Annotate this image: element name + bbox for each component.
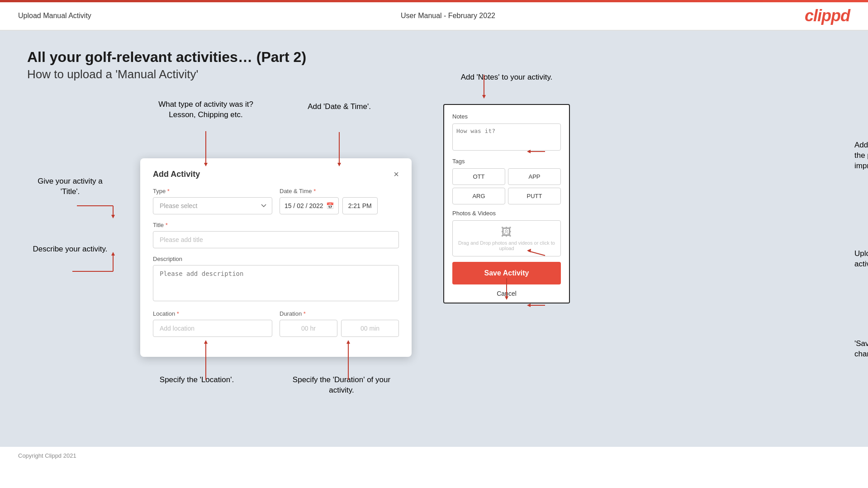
footer: Copyright Clippd 2021	[0, 447, 868, 464]
duration-hr-input[interactable]	[280, 320, 337, 337]
desc-group: Description	[153, 256, 399, 303]
save-area: Save Activity	[444, 262, 569, 284]
save-annotation: 'Save Activity' or 'Cancel' your changes…	[854, 339, 868, 360]
type-datetime-row: Type * Please select Date & Time * 15 / …	[153, 188, 399, 214]
panel-inner: Notes Tags OTT APP ARG PUTT Photos & Vid…	[444, 105, 569, 256]
duration-inputs	[280, 320, 399, 337]
manual-title: User Manual - February 2022	[401, 12, 495, 20]
datetime-label: Date & Time *	[280, 188, 399, 194]
page-title-header: Upload Manual Activity	[18, 12, 91, 20]
title-label: Title *	[153, 222, 399, 228]
svg-marker-23	[527, 303, 531, 307]
svg-marker-15	[482, 95, 486, 99]
tags-label: Tags	[452, 158, 561, 165]
title-input[interactable]	[153, 231, 399, 248]
duration-group: Duration *	[280, 310, 399, 337]
upload-icon: 🖼	[501, 226, 512, 238]
logo: clippd	[805, 6, 850, 25]
time-input[interactable]: 2:21 PM	[342, 197, 378, 214]
close-button[interactable]: ×	[394, 169, 399, 180]
phone-panel: Notes Tags OTT APP ARG PUTT Photos & Vid…	[443, 104, 570, 303]
desc-textarea[interactable]	[153, 265, 399, 301]
save-activity-button[interactable]: Save Activity	[452, 262, 561, 284]
add-activity-modal: Add Activity × Type * Please select	[140, 158, 412, 357]
type-select[interactable]: Please select	[153, 197, 272, 214]
photos-upload[interactable]: 🖼 Drag and Drop photos and videos or cli…	[452, 220, 561, 256]
modal-title: Add Activity	[153, 170, 200, 179]
location-input[interactable]	[153, 320, 272, 337]
bottom-annotations: Specify the 'Location'. Specify the 'Dur…	[127, 375, 416, 396]
notes-annotation: Add 'Notes' to your activity.	[457, 72, 556, 83]
page-subtitle: How to upload a 'Manual Activity'	[27, 67, 841, 81]
tag-app[interactable]: APP	[508, 168, 561, 185]
main-content: All your golf-relevant activities… (Part…	[0, 31, 868, 447]
page-title: All your golf-relevant activities… (Part…	[27, 49, 841, 66]
type-group: Type * Please select	[153, 188, 272, 214]
modal-area: What type of activity was it? Lesson, Ch…	[127, 99, 416, 396]
duration-label: Duration *	[280, 310, 399, 317]
desc-annotation: Describe your activity.	[27, 244, 113, 255]
tag-ott[interactable]: OTT	[452, 168, 505, 185]
datetime-annotation: Add 'Date & Time'.	[294, 102, 384, 112]
upload-annotation: Upload a photo or video to the activity.	[854, 249, 868, 270]
location-label: Location *	[153, 310, 272, 317]
date-input[interactable]: 15 / 02 / 2022 📅	[280, 197, 339, 214]
tag-putt[interactable]: PUTT	[508, 188, 561, 204]
location-annotation: Specify the 'Location'.	[152, 375, 242, 396]
title-group: Title *	[153, 222, 399, 248]
tag-annotation: Add a 'Tag' to your activity to link it …	[854, 140, 868, 171]
type-label: Type *	[153, 188, 272, 194]
location-group: Location *	[153, 310, 272, 337]
modal-header: Add Activity ×	[153, 169, 399, 180]
notes-textarea[interactable]	[452, 123, 561, 151]
desc-label: Description	[153, 256, 399, 262]
top-bar: Upload Manual Activity User Manual - Feb…	[0, 0, 868, 31]
duration-annotation: Specify the 'Duration' of your activity.	[292, 375, 391, 396]
tags-grid: OTT APP ARG PUTT	[452, 168, 561, 204]
cancel-button[interactable]: Cancel	[444, 284, 569, 303]
location-duration-row: Location * Duration *	[153, 310, 399, 337]
left-annotations: Give your activity a 'Title'. Describe y…	[27, 99, 118, 396]
title-annotation: Give your activity a 'Title'.	[27, 176, 113, 197]
upload-hint: Drag and Drop photos and videos or click…	[453, 240, 560, 251]
right-area: Add 'Notes' to your activity. Notes Tags…	[416, 99, 841, 396]
tag-arg[interactable]: ARG	[452, 188, 505, 204]
date-time-inputs: 15 / 02 / 2022 📅 2:21 PM	[280, 197, 399, 214]
notes-label: Notes	[452, 113, 561, 120]
type-annotation: What type of activity was it? Lesson, Ch…	[154, 99, 258, 120]
photos-label: Photos & Videos	[452, 210, 561, 217]
duration-min-input[interactable]	[341, 320, 399, 337]
copyright: Copyright Clippd 2021	[18, 452, 76, 459]
datetime-group: Date & Time * 15 / 02 / 2022 📅 2:21 PM	[280, 188, 399, 214]
